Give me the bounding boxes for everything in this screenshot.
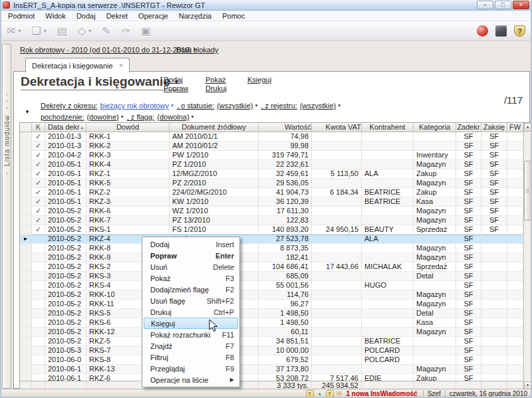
send-icon[interactable]: ✉▾: [7, 25, 21, 37]
column-header-dok[interactable]: Dokument źródłowy: [170, 123, 259, 132]
inswiadomosc-mail-icon[interactable]: ✉: [336, 390, 344, 397]
table-row[interactable]: 2010-05-2RKK-1196,27MagazynSF: [20, 300, 523, 309]
table-row[interactable]: 2010-05-2RKS-3685,09DetalSF: [20, 272, 523, 281]
scrollbar-thumb[interactable]: [524, 161, 531, 221]
table-row[interactable]: 2010-05-2RKS-51 498,50DetalSF: [20, 309, 523, 318]
context-menu-item-pokaz-rozrachunki[interactable]: Pokaż rozrachunkiF11: [144, 329, 238, 340]
vertical-scrollbar[interactable]: ▲ ▼: [523, 123, 531, 390]
context-menu-item-ksieguj[interactable]: Księguj: [144, 318, 238, 329]
status-indicator-icon[interactable]: ●: [316, 390, 324, 397]
filter-biezacy-rok-obrotowy[interactable]: bieżący rok obrotowy▼: [100, 102, 174, 110]
menu-narzedzia[interactable]: Narzędzia: [174, 11, 217, 21]
action-pokaz[interactable]: Pokaż: [205, 76, 247, 84]
dropdown-caret-icon[interactable]: ▾: [44, 28, 47, 34]
table-row[interactable]: 2010-05-2RKK-9182,41MagazynSF: [20, 253, 523, 262]
context-menu-item-dodaj[interactable]: DodajInsert: [144, 239, 238, 250]
open-icon[interactable]: ❏▾: [31, 25, 46, 37]
table-row[interactable]: 2010-05-3RKS-710 000,00POLCARDSF: [20, 346, 523, 355]
filter-wszystkie[interactable]: (wszystkie)▼: [217, 102, 258, 110]
statusbar-message[interactable]: 1 nowa InsWiadomość: [346, 390, 418, 397]
column-header-kontrahent[interactable]: Kontrahent: [362, 123, 414, 132]
edit-icon[interactable]: ✎: [102, 25, 110, 37]
column-header-data[interactable]: Data dekr▴: [45, 123, 86, 132]
table-row[interactable]: ✓2010-05-2RKS-1FS 1/2010140 893,2024 950…: [20, 225, 523, 235]
table-row[interactable]: ✓2010-01-3RKK-2AM 2010/01/299,98SFSF: [20, 142, 523, 151]
table-row[interactable]: 2010-05-2RKS-61 498,50KasaSF: [20, 318, 523, 328]
context-menu-item-filtruj[interactable]: FiltrujF8: [144, 351, 238, 363]
close-button[interactable]: ×: [513, 1, 529, 9]
menu-podmiot[interactable]: Podmiot: [3, 11, 40, 21]
column-header-k[interactable]: K: [32, 123, 45, 132]
dropdown-caret-icon[interactable]: ▾: [18, 28, 21, 34]
context-menu-item-drukuj[interactable]: DrukujCtrl+P: [144, 306, 238, 318]
assistant-help-icon[interactable]: ?: [326, 390, 334, 397]
menu-pomoc[interactable]: Pomoc: [217, 11, 250, 21]
context-menu-item-przegladaj[interactable]: PrzeglądajF9: [144, 363, 238, 374]
table-row[interactable]: ✓2010-04-2RKK-3PW 1/2010319 749,71Inwent…: [20, 151, 523, 160]
action-ksieguj[interactable]: Księguj: [247, 76, 289, 84]
column-header-dowod[interactable]: Dowód: [86, 123, 170, 132]
insert-globe-icon[interactable]: [477, 25, 488, 37]
context-menu-item-znajdz[interactable]: ZnajdźF7: [144, 340, 238, 351]
menu-widok[interactable]: Widok: [40, 11, 71, 21]
menu-dekret[interactable]: Dekret: [101, 11, 133, 21]
table-row[interactable]: 2010-05-2RKK-88 873,35MagazynSF: [20, 244, 523, 253]
help-icon[interactable]: ?: [306, 390, 314, 397]
table-row[interactable]: ✓2010-05-1RKK-5PZ 2/201029 536,05Magazyn…: [20, 179, 523, 188]
column-header-zadekr[interactable]: Zadekr: [456, 123, 481, 132]
tab-close-icon[interactable]: ×: [119, 62, 123, 69]
mail-icon[interactable]: ▤: [57, 25, 67, 37]
table-row[interactable]: ✓2010-05-1RKZ-2224/02/MG/201041 904,736 …: [20, 188, 523, 197]
menu-dodaj[interactable]: Dodaj: [71, 11, 101, 21]
table-row[interactable]: 2010-05-2RKK-1260,11MagazynSF: [20, 328, 523, 337]
context-menu-item-usun-flage[interactable]: Usuń flagęShift+F2: [144, 295, 238, 306]
minimize-button[interactable]: –: [477, 1, 493, 9]
table-row[interactable]: 2010-06-0RKS-8679,52POLCARDSF: [20, 355, 523, 365]
table-row[interactable]: 2010-05-2RKK-10114,76MagazynSF: [20, 290, 523, 300]
action-dodaj[interactable]: Dodaj: [164, 76, 205, 84]
action-popraw[interactable]: Popraw: [164, 84, 205, 93]
lock-status-link[interactable]: Brak blokady: [176, 46, 219, 54]
print-icon[interactable]: ▣: [141, 25, 151, 37]
filter-collapse-toggle[interactable]: ▼: [25, 109, 30, 115]
filter-dowolne[interactable]: (dowolne)▼: [86, 113, 124, 121]
table-row[interactable]: 2010-05-2RKS-2104 686,4117 443,66MICHALA…: [20, 262, 523, 272]
stamp-icon[interactable]: ✑: [122, 25, 130, 37]
help-shield-icon[interactable]: ?: [514, 25, 525, 37]
table-row[interactable]: 2010-06-1RKK-1337 173,80MagazynSF: [20, 365, 523, 374]
column-header-kategoria[interactable]: Kategoria: [414, 123, 456, 132]
table-row[interactable]: ✓2010-05-2RKK-6WZ 1/201017 611,30Magazyn…: [20, 207, 523, 216]
scroll-up-icon[interactable]: ▲: [524, 123, 531, 132]
fiscal-year-selector[interactable]: Rok obrotowy - 2010 (od 01-01-2010 do 31…: [20, 46, 197, 54]
column-header-vat[interactable]: Kwota VAT: [312, 123, 362, 132]
filter-dowolna[interactable]: (dowolna)▼: [157, 113, 194, 121]
table-row[interactable]: ✓2010-01-3RKK-1AM 2010/01/174,98SFSF: [20, 132, 523, 142]
table-row[interactable]: ✓2010-05-1RKZ-112/MGZ/201032 459,615 113…: [20, 169, 523, 179]
maximize-button[interactable]: □: [495, 1, 511, 9]
context-menu-item-dodaj-zmien-flage[interactable]: Dodaj/zmień flagęF2: [144, 284, 238, 295]
new-document-icon[interactable]: ◇▾: [78, 25, 91, 37]
context-menu-item-usun[interactable]: UsuńDelete: [144, 261, 238, 272]
column-header-fw[interactable]: FW: [507, 123, 523, 132]
filter-wszystkie[interactable]: (wszystkie)▼: [300, 102, 341, 110]
table-row[interactable]: ✓2010-05-1RKK-4PZ 1/201022 232,61Magazyn…: [20, 160, 523, 169]
dropdown-caret-icon[interactable]: ▾: [88, 28, 91, 34]
page-title[interactable]: Dekretacja i księgowanie▼: [21, 74, 180, 90]
table-row[interactable]: ✓2010-05-1RKZ-3KW 1/201036 120,39BEATRIC…: [20, 197, 523, 207]
column-header-zaksie[interactable]: Zaksię: [481, 123, 507, 132]
table-row[interactable]: 2010-05-2RKZ-534 851,51BEATRICESF: [20, 337, 523, 346]
context-menu-item-pokaz[interactable]: PokażF3: [144, 272, 238, 284]
cube-icon[interactable]: [495, 25, 507, 37]
column-header-ind[interactable]: [20, 123, 32, 132]
module-list-sidebar[interactable]: › › › Lista modułów ›: [2, 44, 11, 389]
menu-operacje[interactable]: Operacje: [133, 11, 174, 21]
action-drukuj[interactable]: Drukuj: [205, 84, 247, 93]
tab-dekretacja-i-ksiegowanie[interactable]: Dekretacja i księgowanie ×: [25, 58, 130, 72]
table-row[interactable]: ✓2010-05-2RKK-7PZ 13/2010122,83MagazynSF…: [20, 216, 523, 225]
table-row[interactable]: 2010-06-1RKZ-653 208,727 517,46EDIEZakup…: [20, 374, 523, 381]
context-menu-item-popraw[interactable]: PoprawEnter: [144, 250, 238, 261]
column-header-wartosc[interactable]: Wartość: [259, 123, 312, 132]
table-row-selected[interactable]: ►2010-05-2RKZ-4wypłata27 523,78ALASF: [20, 235, 523, 244]
table-row[interactable]: 2010-05-2RKS-455 001,56HUGOSF: [20, 281, 523, 290]
context-menu-item-operacje-na-liscie[interactable]: Operacje na liście▶: [144, 374, 238, 385]
